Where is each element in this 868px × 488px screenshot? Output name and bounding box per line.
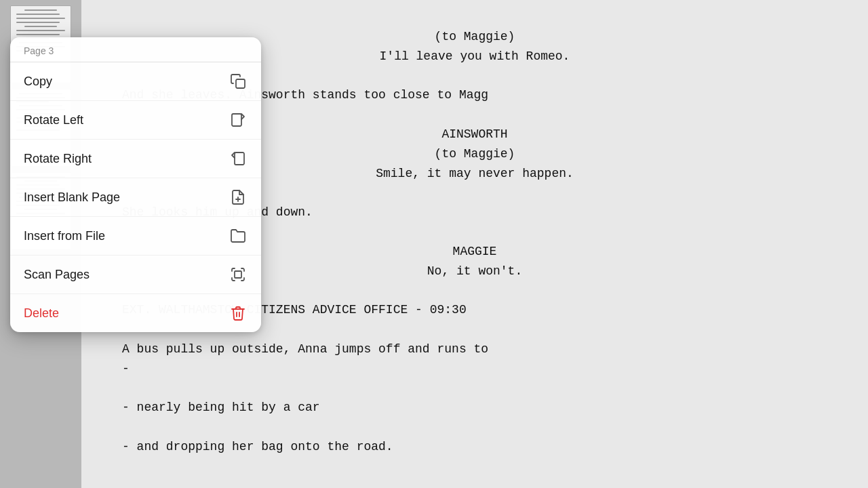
svg-rect-0 (236, 79, 245, 88)
copy-label: Copy (24, 75, 52, 89)
insert-blank-page-icon (229, 188, 248, 207)
insert-file-menu-item[interactable]: Insert from File (10, 217, 261, 256)
delete-icon (229, 304, 248, 323)
insert-blank-menu-item[interactable]: Insert Blank Page (10, 178, 261, 217)
rotate-left-label: Rotate Left (24, 113, 83, 127)
scan-pages-icon (229, 265, 248, 284)
insert-file-label: Insert from File (24, 229, 105, 243)
script-line: - nearly being hit by a car (122, 398, 827, 418)
insert-from-file-icon (229, 226, 248, 245)
insert-blank-label: Insert Blank Page (24, 190, 120, 205)
scan-pages-label: Scan Pages (24, 268, 90, 282)
delete-menu-item[interactable]: Delete (10, 294, 261, 332)
copy-icon (229, 72, 248, 91)
context-menu: Page 3 Copy Rotate Left Rotate Right (10, 37, 261, 332)
menu-header: Page 3 (10, 37, 261, 62)
svg-rect-2 (235, 152, 244, 165)
copy-menu-item[interactable]: Copy (10, 62, 261, 101)
scan-pages-menu-item[interactable]: Scan Pages (10, 256, 261, 294)
svg-rect-5 (235, 271, 241, 278)
rotate-left-icon (229, 110, 248, 129)
rotate-right-menu-item[interactable]: Rotate Right (10, 140, 261, 178)
script-line: A bus pulls up outside, Anna jumps off a… (122, 340, 827, 359)
script-line: - and dropping her bag onto the road. (122, 437, 827, 457)
rotate-left-menu-item[interactable]: Rotate Left (10, 101, 261, 140)
script-line: - (122, 359, 827, 379)
rotate-right-icon (229, 149, 248, 168)
delete-label: Delete (24, 306, 59, 321)
svg-rect-1 (232, 114, 241, 126)
rotate-right-label: Rotate Right (24, 152, 92, 166)
